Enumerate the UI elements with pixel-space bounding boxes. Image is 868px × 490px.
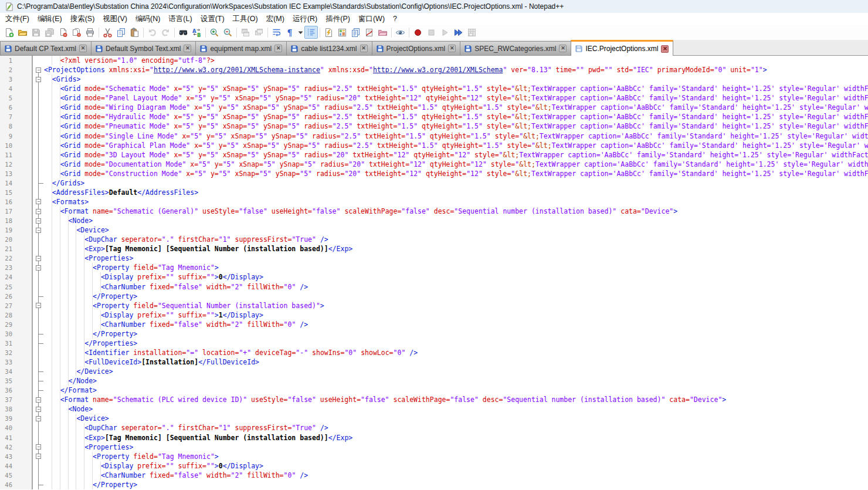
function-list-button[interactable] — [362, 26, 376, 39]
bookmark-margin[interactable] — [12, 112, 32, 121]
document-map-button[interactable] — [335, 26, 349, 39]
tab-close-icon[interactable]: ✕ — [274, 45, 282, 52]
bookmark-margin[interactable] — [12, 329, 32, 339]
code-text[interactable]: <Formats> — [42, 197, 868, 207]
save-button[interactable] — [29, 26, 43, 39]
code-text[interactable]: <Grid mode="3D Layout Mode" x="5" y="5" … — [42, 150, 868, 160]
menu-item-language[interactable]: 语言(L) — [164, 13, 196, 25]
document-list-button[interactable] — [349, 26, 362, 39]
cut-button[interactable] — [101, 26, 114, 39]
bookmark-margin[interactable] — [12, 339, 32, 348]
bookmark-margin[interactable] — [12, 75, 32, 84]
bookmark-margin[interactable] — [12, 461, 32, 471]
code-text[interactable]: <Properties> — [42, 254, 868, 263]
menu-item-help[interactable]: ? — [389, 13, 401, 24]
bookmark-margin[interactable] — [12, 244, 32, 254]
fold-margin[interactable] — [32, 225, 42, 235]
code-text[interactable]: <Properties> — [42, 442, 868, 452]
code-text[interactable]: <AddressFiles>Default</AddressFiles> — [42, 188, 868, 197]
find-button[interactable] — [177, 26, 190, 39]
bookmark-margin[interactable] — [12, 292, 32, 301]
folder-as-workspace-button[interactable] — [376, 26, 389, 39]
tab-cable-list1234[interactable]: cable list1234.xml✕ — [286, 41, 372, 55]
code-text[interactable]: <Grid mode="Documentation Mode" x="5" y=… — [42, 160, 868, 169]
code-text[interactable]: <Property field="Tag Mnemonic"> — [42, 263, 868, 272]
code-text[interactable]: <CharNumber fixed="false" width="2" fill… — [42, 471, 868, 480]
code-text[interactable]: <Grid mode="Construction Mode" x="5" y="… — [42, 169, 868, 178]
bookmark-margin[interactable] — [12, 471, 32, 480]
code-text[interactable]: <Node> — [42, 216, 868, 225]
code-text[interactable]: <Display prefix="" suffix="">1</Display> — [42, 310, 868, 320]
tab-close-icon[interactable]: ✕ — [661, 45, 669, 53]
code-text[interactable]: <CharNumber fixed="false" width="2" fill… — [42, 320, 868, 329]
tab-default-symbol-text[interactable]: Default Symbol Text.xml✕ — [91, 41, 196, 55]
bookmark-margin[interactable] — [12, 301, 32, 310]
open-file-button[interactable] — [16, 26, 29, 39]
bookmark-margin[interactable] — [12, 348, 32, 357]
code-text[interactable]: <FullDeviceId>[Installation]</FullDevice… — [42, 357, 868, 367]
tab-default-cp-text[interactable]: Default CP Text.xml✕ — [0, 41, 91, 55]
bookmark-margin[interactable] — [12, 160, 32, 169]
bookmark-margin[interactable] — [12, 414, 32, 423]
sync-horizontal-button[interactable] — [252, 26, 266, 39]
bookmark-margin[interactable] — [12, 178, 32, 188]
fold-margin[interactable] — [32, 414, 42, 423]
bookmark-margin[interactable] — [12, 310, 32, 320]
monitoring-button[interactable] — [394, 26, 407, 39]
save-all-button[interactable] — [43, 26, 56, 39]
tab-spec-rwcategories[interactable]: SPEC_RWCategories.xml✕ — [460, 41, 571, 55]
bookmark-margin[interactable] — [12, 386, 32, 395]
menu-item-macro[interactable]: 宏(M) — [262, 13, 289, 25]
menu-item-window[interactable]: 窗口(W) — [354, 13, 389, 25]
tab-close-icon[interactable]: ✕ — [559, 45, 567, 52]
code-text[interactable]: <Grid mode="Pneumatic Mode" x="5" y="5" … — [42, 121, 868, 131]
code-text[interactable]: <Grids> — [42, 75, 868, 84]
macro-playback-button[interactable] — [438, 26, 452, 39]
fold-margin[interactable] — [32, 75, 42, 84]
code-text[interactable]: <Display prefix="" suffix="">0</Display> — [42, 461, 868, 471]
fold-margin[interactable] — [32, 301, 42, 310]
code-text[interactable]: </Grids> — [42, 178, 868, 188]
bookmark-margin[interactable] — [12, 282, 32, 292]
bookmark-margin[interactable] — [12, 207, 32, 216]
define-language-button[interactable] — [322, 26, 335, 39]
bookmark-margin[interactable] — [12, 442, 32, 452]
tab-close-icon[interactable]: ✕ — [360, 45, 368, 52]
code-text[interactable]: </Format> — [42, 386, 868, 395]
undo-button[interactable] — [145, 26, 159, 39]
tab-close-icon[interactable]: ✕ — [184, 45, 191, 52]
code-text[interactable]: <Device> — [42, 414, 868, 423]
tab-iec-projectoptions[interactable]: IEC.ProjectOptions.xml✕ — [571, 40, 673, 56]
code-text[interactable]: <Exp>[Tag Mnemonic] [Sequential Number (… — [42, 244, 868, 254]
code-text[interactable]: <Property field="Sequential Number (inst… — [42, 301, 868, 310]
fold-margin[interactable] — [32, 395, 42, 404]
code-text[interactable]: </Property> — [42, 480, 868, 489]
code-text[interactable]: <Format name="Schematic (PLC wired devic… — [42, 395, 868, 404]
fold-margin[interactable] — [32, 452, 42, 461]
fold-margin[interactable] — [32, 216, 42, 225]
code-text[interactable]: <Device> — [42, 225, 868, 235]
bookmark-margin[interactable] — [12, 320, 32, 329]
code-text[interactable]: <Property field="Tag Mnemonic"> — [42, 452, 868, 461]
bookmark-margin[interactable] — [12, 404, 32, 414]
bookmark-margin[interactable] — [12, 433, 32, 442]
code-text[interactable]: <?xml version="1.0" encoding="utf-8"?> — [42, 56, 868, 65]
fold-margin[interactable] — [32, 65, 42, 75]
code-text[interactable]: <Display prefix="" suffix="">0</Display> — [42, 272, 868, 282]
code-text[interactable]: <Format name="Schematic (General)" useSt… — [42, 207, 868, 216]
bookmark-margin[interactable] — [12, 367, 32, 376]
fold-margin[interactable] — [32, 197, 42, 207]
bookmark-margin[interactable] — [12, 480, 32, 489]
fold-margin[interactable] — [32, 404, 42, 414]
bookmark-margin[interactable] — [12, 141, 32, 150]
bookmark-margin[interactable] — [12, 103, 32, 112]
code-text[interactable]: <Grid mode="Panel Layout Mode" x="5" y="… — [42, 93, 868, 103]
tab-equipment-map[interactable]: equipment map.xml✕ — [195, 41, 287, 55]
close-all-button[interactable] — [70, 26, 83, 39]
code-text[interactable]: </Properties> — [42, 339, 868, 348]
menu-item-settings[interactable]: 设置(T) — [196, 13, 229, 25]
bookmark-margin[interactable] — [12, 150, 32, 160]
macro-stop-button[interactable] — [425, 26, 438, 39]
menu-item-encoding[interactable]: 编码(N) — [131, 13, 164, 25]
bookmark-margin[interactable] — [12, 395, 32, 404]
